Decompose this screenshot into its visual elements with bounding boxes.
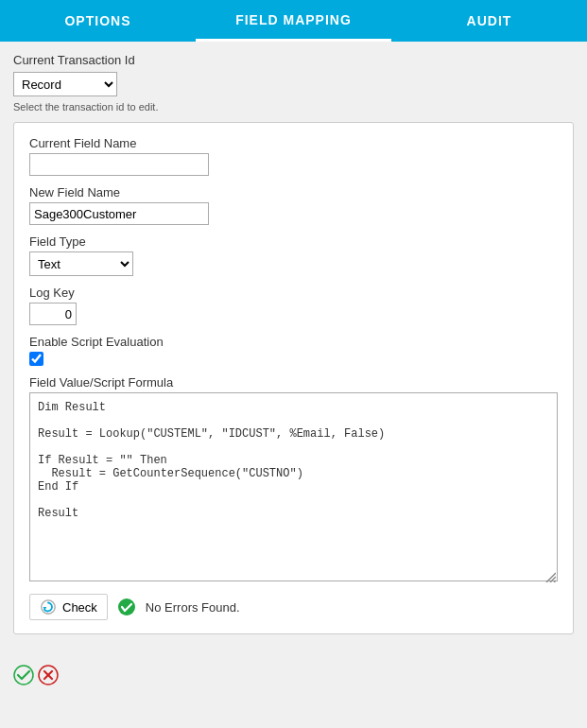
- check-bar: Check No Errors Found.: [29, 594, 558, 620]
- tab-options[interactable]: OPTIONS: [0, 2, 196, 40]
- log-key-group: Log Key: [29, 286, 558, 325]
- svg-line-2: [554, 581, 556, 582]
- check-button-label: Check: [62, 600, 97, 615]
- new-field-name-label: New Field Name: [29, 185, 558, 199]
- check-refresh-icon: [40, 598, 57, 615]
- new-field-name-input[interactable]: [29, 202, 209, 225]
- field-type-label: Field Type: [29, 234, 558, 249]
- transaction-label-text: Current Transaction Id: [13, 53, 135, 67]
- script-textarea-wrapper: Dim Result Result = Lookup("CUSTEML", "I…: [29, 392, 558, 584]
- enable-script-label: Enable Script Evaluation: [29, 335, 558, 349]
- enable-script-checkbox-container: [29, 352, 558, 366]
- script-formula-label: Field Value/Script Formula: [29, 375, 558, 390]
- log-key-input[interactable]: [29, 303, 77, 325]
- no-errors-label: No Errors Found.: [146, 600, 240, 615]
- enable-script-group: Enable Script Evaluation: [29, 335, 558, 366]
- current-field-name-label: Current Field Name: [29, 136, 558, 150]
- save-button[interactable]: [13, 665, 34, 685]
- top-navigation: OPTIONS FIELD MAPPING AUDIT: [0, 0, 587, 42]
- resize-handle[interactable]: [543, 569, 556, 582]
- bottom-toolbar: [0, 657, 587, 693]
- success-icon: [117, 598, 136, 616]
- check-button[interactable]: Check: [29, 594, 108, 620]
- current-field-name-input[interactable]: [29, 153, 209, 176]
- transaction-hint: Select the transaction id to edit.: [13, 101, 574, 113]
- tab-audit[interactable]: AUDIT: [391, 2, 587, 40]
- cancel-icon: [38, 665, 59, 685]
- script-textarea[interactable]: Dim Result Result = Lookup("CUSTEML", "I…: [29, 392, 558, 581]
- new-field-name-group: New Field Name: [29, 185, 558, 225]
- transaction-dropdown-container: Record Option2: [13, 72, 574, 96]
- enable-script-checkbox[interactable]: [29, 352, 43, 366]
- main-content: Current Transaction Id Record Option2 Se…: [0, 42, 587, 657]
- tab-field-mapping[interactable]: FIELD MAPPING: [196, 1, 391, 42]
- cancel-button[interactable]: [38, 665, 59, 685]
- transaction-select[interactable]: Record Option2: [13, 72, 117, 96]
- field-type-group: Field Type Text Number Date Boolean: [29, 234, 558, 276]
- transaction-id-section: Current Transaction Id Record Option2 Se…: [13, 53, 574, 113]
- svg-point-5: [118, 598, 135, 615]
- script-formula-group: Field Value/Script Formula Dim Result Re…: [29, 375, 558, 584]
- log-key-label: Log Key: [29, 286, 558, 300]
- transaction-label: Current Transaction Id: [13, 53, 574, 67]
- current-field-name-group: Current Field Name: [29, 136, 558, 176]
- field-type-select[interactable]: Text Number Date Boolean: [29, 251, 133, 276]
- field-mapping-card: Current Field Name New Field Name Field …: [13, 122, 574, 634]
- save-icon: [13, 665, 34, 685]
